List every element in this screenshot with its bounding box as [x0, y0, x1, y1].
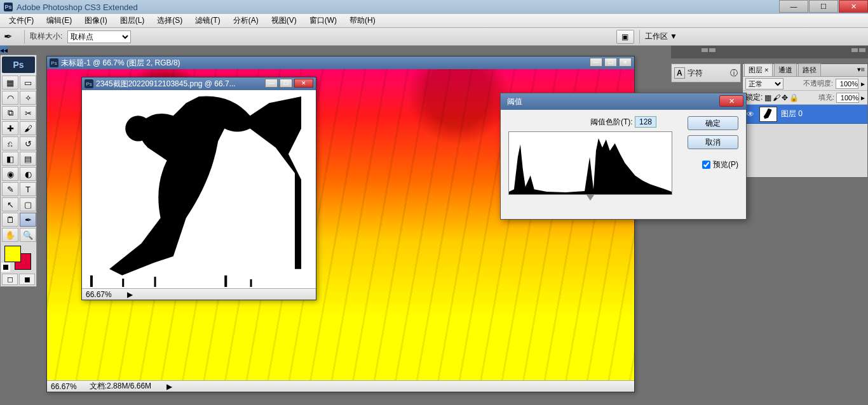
menu-edit[interactable]: 编辑(E) [40, 14, 78, 27]
cancel-button[interactable]: 取消 [688, 135, 738, 149]
fill-arrow-icon[interactable]: ▸ [861, 93, 865, 102]
dialog-titlebar[interactable]: 阈值 ✕ [501, 93, 746, 110]
shape-tool[interactable]: ▢ [20, 197, 36, 211]
lock-position-icon[interactable]: ✥ [782, 93, 788, 102]
collapse-icon[interactable] [851, 48, 858, 52]
stamp-tool[interactable]: ⎌ [2, 136, 18, 150]
opacity-input[interactable] [836, 79, 858, 89]
opacity-arrow-icon[interactable]: ▸ [861, 79, 865, 88]
zoom-tool[interactable]: 🔍 [20, 228, 36, 242]
quickmask-icon[interactable]: ◼ [19, 274, 35, 285]
fill-label: 填充: [818, 93, 834, 102]
blur-tool[interactable]: ◉ [2, 167, 18, 181]
tab-layers[interactable]: 图层 × [744, 63, 773, 76]
menu-select[interactable]: 选择(S) [151, 14, 189, 27]
history-brush-tool[interactable]: ↺ [20, 136, 36, 150]
fill-input[interactable] [836, 93, 859, 103]
menu-analysis[interactable]: 分析(A) [227, 14, 265, 27]
panel-menu-icon[interactable]: ▾≡ [857, 65, 865, 74]
type-tool[interactable]: T [20, 182, 36, 196]
lasso-tool[interactable]: ◠ [2, 91, 18, 105]
collapse-icon[interactable] [859, 48, 865, 52]
heal-tool[interactable]: ✚ [2, 121, 18, 135]
collapse-icon[interactable] [702, 48, 708, 52]
slice-tool[interactable]: ✂ [20, 106, 36, 120]
standard-mode-icon[interactable]: ◻ [2, 274, 18, 285]
doc-info[interactable]: 文档:2.88M/6.66M [90, 381, 151, 392]
preview-label: 预览(P) [713, 159, 738, 170]
menu-image[interactable]: 图像(I) [78, 14, 113, 27]
pen-tool[interactable]: ✎ [2, 182, 18, 196]
go-bridge-icon[interactable]: ▣ [616, 30, 634, 44]
menu-filter[interactable]: 滤镜(T) [189, 14, 226, 27]
doc-maximize-button[interactable]: ☐ [604, 58, 617, 67]
app-title: Adobe Photoshop CS3 Extended [17, 3, 138, 12]
eyedropper-icon[interactable]: ✒ [4, 30, 19, 43]
ok-button[interactable]: 确定 [688, 116, 738, 130]
sub-canvas[interactable] [83, 90, 315, 288]
lock-transparency-icon[interactable]: ▦ [764, 93, 771, 102]
workspace-label[interactable]: 工作区 ▼ [645, 31, 677, 42]
info-icon[interactable]: ⓘ [730, 68, 738, 79]
menu-file[interactable]: 文件(F) [3, 14, 40, 27]
preview-checkbox[interactable] [702, 161, 710, 169]
menubar: 文件(F) 编辑(E) 图像(I) 图层(L) 选择(S) 滤镜(T) 分析(A… [0, 14, 868, 28]
layer-row[interactable]: 👁 图层 0 [743, 105, 867, 124]
layer-thumbnail[interactable] [759, 107, 777, 122]
character-panel-collapsed[interactable]: A 字符 ⓘ [671, 63, 741, 83]
collapse-icon[interactable] [709, 48, 715, 52]
sub-doc-titlebar[interactable]: Ps 2345截图20220912103845.png @ 66.7... — … [82, 77, 316, 90]
doc-close-button[interactable]: ✕ [294, 79, 313, 88]
toolbox: Ps ▦▭ ◠✧ ⧉✂ ✚🖌 ⎌↺ ◧▤ ◉◐ ✎T ↖▢ 🗒✒ ✋🔍 ◻ ◼ [0, 55, 37, 287]
sample-size-select[interactable]: 取样点 [67, 30, 131, 43]
sub-doc-statusbar: 66.67% ▶ [82, 288, 316, 300]
marquee-tool[interactable]: ▭ [20, 76, 36, 90]
sub-zoom-level[interactable]: 66.67% [86, 290, 112, 299]
menu-window[interactable]: 窗口(W) [303, 14, 343, 27]
close-button[interactable]: ✕ [839, 0, 868, 13]
maximize-button[interactable]: ☐ [809, 0, 838, 13]
panel-tab-strip[interactable]: ◂◂ [0, 46, 8, 53]
threshold-slider[interactable] [508, 195, 672, 202]
threshold-level-input[interactable] [635, 116, 656, 128]
move-tool[interactable]: ▦ [2, 76, 18, 90]
hand-tool[interactable]: ✋ [2, 228, 18, 242]
main-doc-statusbar: 66.67% 文档:2.88M/6.66M ▶ [47, 380, 634, 392]
slider-thumb-icon[interactable] [587, 195, 594, 201]
brush-tool[interactable]: 🖌 [20, 121, 36, 135]
dialog-close-button[interactable]: ✕ [719, 95, 743, 107]
wand-tool[interactable]: ✧ [20, 91, 36, 105]
lock-all-icon[interactable]: 🔒 [789, 93, 799, 102]
gradient-tool[interactable]: ▤ [20, 152, 36, 166]
path-tool[interactable]: ↖ [2, 197, 18, 211]
default-colors-icon[interactable] [3, 265, 8, 270]
status-arrow-icon[interactable]: ▶ [166, 382, 172, 391]
minimize-button[interactable]: — [779, 0, 808, 13]
doc-icon: Ps [85, 79, 93, 88]
notes-tool[interactable]: 🗒 [2, 213, 18, 227]
crop-tool[interactable]: ⧉ [2, 106, 18, 120]
foreground-color-swatch[interactable] [4, 246, 21, 262]
dodge-tool[interactable]: ◐ [20, 167, 36, 181]
menu-view[interactable]: 视图(V) [265, 14, 303, 27]
menu-layer[interactable]: 图层(L) [114, 14, 151, 27]
doc-close-button[interactable]: ✕ [619, 58, 632, 67]
zoom-level[interactable]: 66.67% [51, 382, 77, 391]
eyedropper-tool[interactable]: ✒ [20, 213, 36, 227]
tab-paths[interactable]: 路径 [798, 63, 821, 76]
visibility-icon[interactable]: 👁 [745, 110, 756, 119]
layer-name[interactable]: 图层 0 [781, 109, 803, 119]
doc-maximize-button[interactable]: ☐ [280, 79, 292, 88]
eraser-tool[interactable]: ◧ [2, 152, 18, 166]
doc-minimize-button[interactable]: — [590, 58, 602, 67]
lock-label: 锁定: [745, 92, 763, 103]
doc-minimize-button[interactable]: — [265, 79, 278, 88]
color-swatches [2, 244, 35, 272]
main-doc-titlebar[interactable]: Ps 未标题-1 @ 66.7% (图层 2, RGB/8) — ☐ ✕ [47, 56, 634, 69]
lock-paint-icon[interactable]: 🖌 [773, 93, 780, 102]
panel-collapse-bar [671, 46, 868, 58]
tab-channels[interactable]: 通道 [774, 63, 797, 76]
menu-help[interactable]: 帮助(H) [343, 14, 382, 27]
blend-mode-select[interactable]: 正常 [745, 78, 783, 90]
status-arrow-icon[interactable]: ▶ [127, 290, 133, 299]
